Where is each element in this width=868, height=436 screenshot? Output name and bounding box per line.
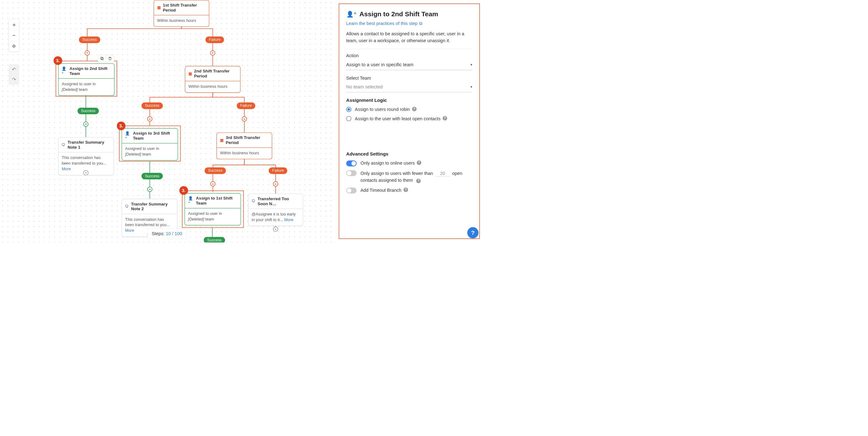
zoom-out-button[interactable]: − xyxy=(9,30,19,41)
radio-round-robin[interactable]: Assign to users round robin ? xyxy=(346,107,473,112)
svg-rect-2 xyxy=(101,58,103,60)
node-2nd-shift-transfer[interactable]: ▦2nd Shift Transfer Period Within busine… xyxy=(185,66,241,93)
add-step-button[interactable]: + xyxy=(273,181,278,187)
learn-best-practices-link[interactable]: Learn the best practices of this step ⧉ xyxy=(346,21,423,26)
add-step-button[interactable]: + xyxy=(83,170,89,175)
help-icon[interactable]: ? xyxy=(404,188,408,192)
toggle-only-online: Only assign to online users ? xyxy=(346,161,473,166)
history-controls: ↶ ↷ xyxy=(9,64,19,85)
user-assign-icon: 👤⁺ xyxy=(188,196,194,205)
node-title: 2nd Shift Transfer Period xyxy=(194,69,237,78)
user-assign-icon: 👤⁺ xyxy=(62,67,67,75)
node-title: Assign to 2nd Shift Team xyxy=(69,66,111,76)
delete-button[interactable] xyxy=(106,55,114,62)
chevron-down-icon: ▾ xyxy=(470,63,472,67)
zoom-in-button[interactable]: ＋ xyxy=(9,20,19,30)
action-select[interactable]: Assign to a user in specific team ▾ xyxy=(346,60,473,70)
advanced-settings-heading: Advanced Settings xyxy=(346,151,473,157)
node-body: Assigned to user in [Deleted] team xyxy=(58,79,114,96)
add-step-button[interactable]: + xyxy=(147,116,153,122)
toggle-switch[interactable] xyxy=(346,188,356,193)
toggle-fewer-than: Only assign to users with fewer than ope… xyxy=(346,170,473,183)
node-actions xyxy=(98,55,114,62)
radio-least-open[interactable]: Assign to the user with least open conta… xyxy=(346,116,473,121)
workflow-canvas[interactable]: ＋ − ↶ ↷ ▦1st Shift Transfer Period Withi… xyxy=(0,0,336,242)
chevron-down-icon: ▾ xyxy=(470,85,472,89)
node-assign-3rd-shift[interactable]: 👤⁺Assign to 3rd Shift Team Assigned to u… xyxy=(122,128,178,161)
help-icon[interactable]: ? xyxy=(416,179,421,183)
toggle-switch[interactable] xyxy=(346,170,356,176)
radio-input[interactable] xyxy=(346,116,352,121)
radio-input[interactable] xyxy=(346,107,352,112)
branch-pill-success: Success xyxy=(205,167,226,174)
branch-pill-failure: Failure xyxy=(269,167,287,174)
branch-pill-failure: Failure xyxy=(205,37,224,43)
more-link[interactable]: More xyxy=(284,217,293,222)
panel-description: Allows a contact to be assigned to a spe… xyxy=(346,30,473,44)
branch-pill-success: Success xyxy=(78,108,99,114)
node-body: Within business hours xyxy=(154,15,209,27)
note-icon: 🗨 xyxy=(252,199,255,203)
note-icon: 🗨 xyxy=(62,142,65,147)
branch-pill-success: Success xyxy=(142,102,163,109)
node-title: Transfer Summary Note 2 xyxy=(131,202,174,211)
user-assign-icon: 👤⁺ xyxy=(125,131,131,140)
add-step-button[interactable]: + xyxy=(273,227,278,232)
crosshair-icon xyxy=(12,44,16,48)
toggle-switch[interactable] xyxy=(346,161,356,166)
zoom-fit-button[interactable] xyxy=(9,41,19,52)
help-icon[interactable]: ? xyxy=(417,161,421,165)
svg-point-1 xyxy=(14,46,14,46)
fewer-than-input[interactable] xyxy=(436,171,450,176)
duplicate-button[interactable] xyxy=(98,55,106,62)
calendar-icon: ▦ xyxy=(188,71,192,76)
toggle-timeout-branch: Add Timeout Branch ? xyxy=(346,188,473,193)
node-transferred-too-soon[interactable]: 🗨Transferred Too Soon N… @Assignee it is… xyxy=(248,194,303,226)
node-1st-shift-transfer[interactable]: ▦1st Shift Transfer Period Within busine… xyxy=(154,0,210,27)
node-title: Transfer Summary Note 1 xyxy=(67,140,110,149)
note-icon: 🗨 xyxy=(125,204,129,209)
svg-rect-3 xyxy=(101,57,103,59)
add-step-button[interactable]: + xyxy=(210,50,215,56)
add-step-button[interactable]: + xyxy=(210,181,216,187)
help-icon[interactable]: ? xyxy=(412,107,416,111)
node-body: Within business hours xyxy=(217,148,272,159)
trash-icon xyxy=(108,57,112,61)
divider xyxy=(346,49,473,49)
node-3rd-shift-transfer[interactable]: ▦3rd Shift Transfer Period Within busine… xyxy=(217,132,272,159)
branch-pill-success: Success xyxy=(204,237,225,242)
node-title: 3rd Shift Transfer Period xyxy=(226,135,269,145)
node-body: Assigned to user in [Deleted] team xyxy=(122,143,178,160)
node-assign-2nd-shift[interactable]: 👤⁺Assign to 2nd Shift Team Assigned to u… xyxy=(58,63,115,96)
redo-button[interactable]: ↷ xyxy=(9,75,19,85)
node-transfer-summary-1[interactable]: 🗨Transfer Summary Note 1 This conversati… xyxy=(58,137,114,175)
undo-button[interactable]: ↶ xyxy=(9,64,19,74)
step-number-badge: 3. xyxy=(117,122,126,130)
step-number-badge: 3. xyxy=(54,56,62,65)
node-title: Assign to 1st Shift Team xyxy=(196,196,238,205)
external-link-icon: ⧉ xyxy=(419,21,423,26)
team-select[interactable]: No team selected ▾ xyxy=(346,82,473,93)
add-step-button[interactable]: + xyxy=(147,187,153,192)
add-step-button[interactable]: + xyxy=(242,116,247,122)
team-label: Select Team xyxy=(346,75,473,80)
node-body: Assigned to user in [Deleted] team xyxy=(185,208,241,225)
add-step-button[interactable]: + xyxy=(85,50,90,56)
calendar-icon: ▦ xyxy=(157,5,161,10)
assignment-logic-heading: Assignment Logic xyxy=(346,97,473,103)
node-title: Assign to 3rd Shift Team xyxy=(133,131,175,140)
steps-counter: Steps: 10 / 100 xyxy=(148,228,187,239)
help-icon[interactable]: ? xyxy=(443,116,447,120)
step-details-panel: 👤⁺ Assign to 2nd Shift Team Learn the be… xyxy=(339,3,480,239)
node-assign-1st-shift[interactable]: 👤⁺Assign to 1st Shift Team Assigned to u… xyxy=(184,193,241,226)
node-title: 1st Shift Transfer Period xyxy=(163,3,206,12)
more-link[interactable]: More xyxy=(62,166,71,171)
copy-icon xyxy=(100,57,104,61)
panel-title: 👤⁺ Assign to 2nd Shift Team xyxy=(346,10,473,18)
help-fab[interactable]: ? xyxy=(467,227,478,238)
node-body: @Assignee it is too early in your shift … xyxy=(248,209,303,226)
more-link[interactable]: More xyxy=(125,228,134,233)
calendar-icon: ▦ xyxy=(220,138,224,142)
add-step-button[interactable]: + xyxy=(83,122,89,127)
action-label: Action xyxy=(346,53,473,58)
